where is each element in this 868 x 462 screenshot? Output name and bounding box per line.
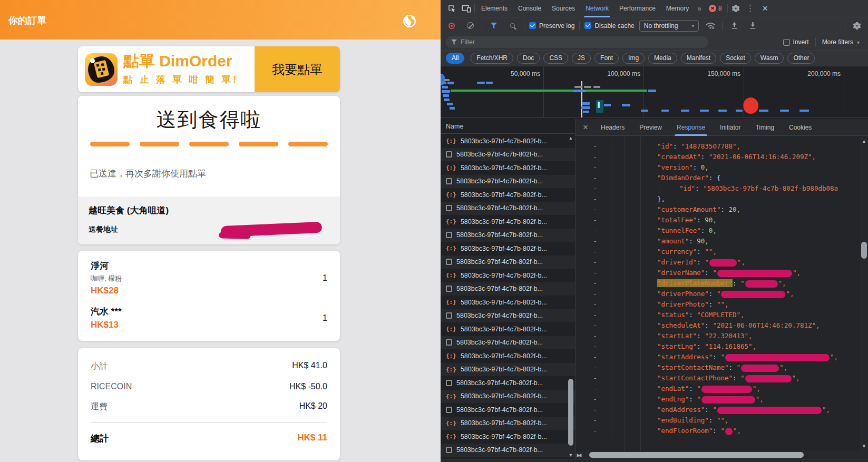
- json-line: -"driverName": "",: [576, 268, 860, 278]
- detail-tab-initiator[interactable]: Initiator: [713, 119, 748, 136]
- network-conditions-icon[interactable]: [704, 19, 717, 33]
- close-devtools-icon[interactable]: ×: [758, 2, 772, 15]
- order-now-button[interactable]: 我要點單: [255, 46, 340, 92]
- promo-brand: 點單 DimOrder 點 止 落 單 咁 簡 單!: [78, 46, 255, 92]
- name-column-header[interactable]: Name: [441, 119, 575, 134]
- filter-chip-all[interactable]: All: [446, 53, 464, 64]
- table-row[interactable]: 5803bc3c-97bf-4c7b-802f-b...: [441, 175, 575, 189]
- table-row[interactable]: 5803bc3c-97bf-4c7b-802f-b...: [441, 376, 575, 390]
- table-row[interactable]: 5803bc3c-97bf-4c7b-802f-b...: [441, 309, 575, 323]
- scroll-down-icon[interactable]: ▼: [567, 453, 574, 458]
- disable-cache-checkbox[interactable]: Disable cache: [584, 22, 634, 30]
- response-vscrollbar[interactable]: ▲ ▼: [860, 136, 868, 451]
- kebab-menu-icon[interactable]: ⋮: [744, 2, 757, 15]
- item-name: 汽水 ***: [91, 306, 122, 318]
- filter-input[interactable]: Filter: [446, 36, 708, 48]
- inspect-element-icon[interactable]: [445, 2, 459, 15]
- json-line: -"status": "COMPLETED",: [576, 310, 860, 320]
- json-gutter: -: [576, 299, 611, 310]
- filter-chip-wasm[interactable]: Wasm: [755, 53, 784, 64]
- requests-scrollbar[interactable]: ▲ ▼: [567, 134, 574, 459]
- table-row[interactable]: {:}5803bc3c-97bf-4c7b-802f-b...: [441, 322, 575, 336]
- filter-chip-img[interactable]: Img: [622, 53, 645, 64]
- order-item: 汽水 ***HK$131: [91, 306, 327, 330]
- table-row[interactable]: {:}5803bc3c-97bf-4c7b-802f-b...: [441, 363, 575, 377]
- table-row[interactable]: 5803bc3c-97bf-4c7b-802f-b...: [441, 148, 575, 162]
- detail-tab-headers[interactable]: Headers: [593, 119, 632, 136]
- table-row[interactable]: {:}5803bc3c-97bf-4c7b-802f-b...: [441, 269, 575, 282]
- filter-chip-socket[interactable]: Socket: [720, 53, 751, 64]
- table-row[interactable]: {:}5803bc3c-97bf-4c7b-802f-b...: [441, 242, 575, 255]
- filter-chip-media[interactable]: Media: [648, 53, 677, 64]
- network-settings-gear-icon[interactable]: [850, 19, 864, 33]
- error-badge[interactable]: ✕ 8: [705, 5, 726, 12]
- filter-toggle-icon[interactable]: [487, 19, 501, 33]
- scroll-down-icon[interactable]: ▼: [860, 444, 868, 449]
- settings-gear-icon[interactable]: [729, 2, 743, 15]
- table-row[interactable]: 5803bc3c-97bf-4c7b-802f-b...: [441, 202, 575, 215]
- table-row[interactable]: 5803bc3c-97bf-4c7b-802f-b...: [441, 336, 575, 350]
- table-row[interactable]: {:}5803bc3c-97bf-4c7b-802f-b...: [441, 390, 575, 404]
- json-braces-icon: {:}: [446, 326, 456, 332]
- close-detail-icon[interactable]: ×: [578, 122, 593, 133]
- filter-chip-fetchxhr[interactable]: Fetch/XHR: [471, 53, 513, 64]
- filter-chip-other[interactable]: Other: [787, 53, 815, 64]
- table-row[interactable]: {:}5803bc3c-97bf-4c7b-802f-b...: [441, 417, 575, 430]
- scrollbar-thumb[interactable]: [861, 242, 867, 259]
- filter-chip-manifest[interactable]: Manifest: [681, 53, 716, 64]
- detail-tab-preview[interactable]: Preview: [632, 119, 669, 136]
- more-filters-button[interactable]: More filters ▾: [822, 38, 863, 46]
- scrollbar-thumb[interactable]: [589, 452, 804, 458]
- request-name: 5803bc3c-97bf-4c7b-802f-b...: [456, 312, 543, 319]
- divider: [482, 22, 482, 30]
- table-row[interactable]: {:}5803bc3c-97bf-4c7b-802f-b...: [441, 430, 575, 444]
- tab-performance[interactable]: Performance: [614, 0, 661, 17]
- throttling-dropdown[interactable]: No throttling ▾: [639, 20, 699, 32]
- export-har-icon[interactable]: [746, 19, 759, 33]
- table-row[interactable]: 5803bc3c-97bf-4c7b-802f-b...: [441, 444, 575, 457]
- overview-bar: [661, 110, 669, 112]
- invert-checkbox[interactable]: Invert: [783, 38, 809, 46]
- filter-chip-doc[interactable]: Doc: [517, 53, 540, 64]
- response-hscrollbar[interactable]: ◀ ▶: [576, 451, 860, 459]
- table-row[interactable]: 5803bc3c-97bf-4c7b-802f-b...: [441, 229, 575, 242]
- table-row[interactable]: {:}5803bc3c-97bf-4c7b-802f-b...: [441, 161, 575, 175]
- import-har-icon[interactable]: [727, 19, 741, 33]
- detail-tab-response[interactable]: Response: [669, 119, 713, 136]
- detail-tab-cookies[interactable]: Cookies: [782, 119, 819, 136]
- table-row[interactable]: {:}5803bc3c-97bf-4c7b-802f-b...: [441, 296, 575, 309]
- table-row[interactable]: 5803bc3c-97bf-4c7b-802f-b...: [441, 403, 575, 417]
- language-globe-icon[interactable]: [403, 14, 416, 28]
- scroll-up-icon[interactable]: ▲: [567, 135, 574, 141]
- scrollbar-thumb[interactable]: [568, 379, 573, 446]
- progress-step: [288, 142, 328, 146]
- network-overview[interactable]: 50,000 ms100,000 ms150,000 ms200,000 ms: [441, 66, 868, 118]
- search-icon[interactable]: [505, 19, 519, 33]
- tab-sources[interactable]: Sources: [547, 0, 580, 17]
- scroll-up-icon[interactable]: ▲: [860, 139, 868, 144]
- status-heading: 送到食得啦: [78, 96, 340, 133]
- table-row[interactable]: {:}5803bc3c-97bf-4c7b-802f-b...: [441, 188, 575, 202]
- table-row[interactable]: {:}5803bc3c-97bf-4c7b-802f-b...: [441, 349, 575, 363]
- scroll-right-icon[interactable]: ▶: [576, 453, 582, 458]
- detail-tab-timing[interactable]: Timing: [748, 119, 782, 136]
- clear-network-log-icon[interactable]: [463, 19, 477, 33]
- filter-chip-font[interactable]: Font: [594, 53, 619, 64]
- tab-memory[interactable]: Memory: [661, 0, 694, 17]
- filter-chip-css[interactable]: CSS: [543, 53, 568, 64]
- table-row[interactable]: 5803bc3c-97bf-4c7b-802f-b...: [441, 282, 575, 296]
- redaction: [717, 270, 792, 277]
- record-network-log-icon[interactable]: [445, 19, 459, 33]
- tab-network[interactable]: Network: [580, 0, 614, 17]
- tab-console[interactable]: Console: [513, 0, 547, 17]
- tab-elements[interactable]: Elements: [476, 0, 513, 17]
- device-toolbar-icon[interactable]: [460, 2, 473, 15]
- table-row[interactable]: 5803bc3c-97bf-4c7b-802f-b...: [441, 255, 575, 269]
- filter-chip-js[interactable]: JS: [572, 53, 591, 64]
- more-tabs-icon[interactable]: »: [695, 4, 704, 13]
- divider: [579, 22, 580, 30]
- summary-label: 運費: [91, 401, 108, 412]
- preserve-log-checkbox[interactable]: Preserve log: [529, 22, 574, 30]
- table-row[interactable]: {:}5803bc3c-97bf-4c7b-802f-b...: [441, 134, 575, 148]
- table-row[interactable]: {:}5803bc3c-97bf-4c7b-802f-b...: [441, 215, 575, 229]
